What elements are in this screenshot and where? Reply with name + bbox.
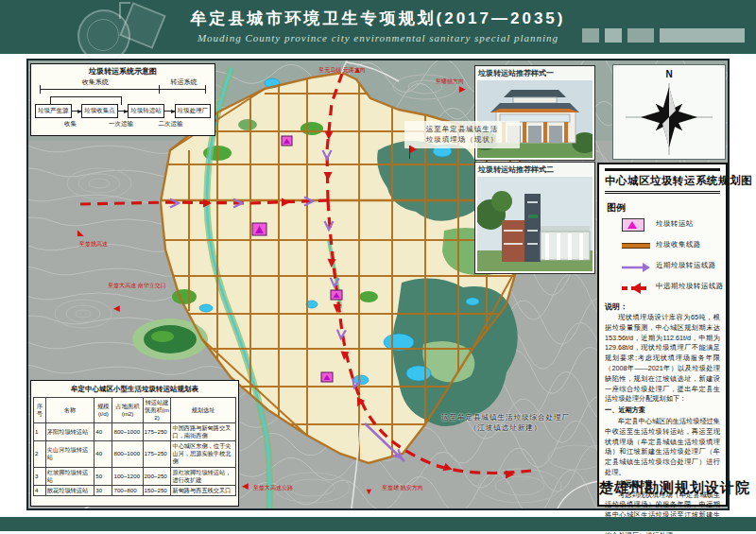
cell: 30 xyxy=(94,485,112,495)
near-term-route-icon xyxy=(622,260,650,271)
diagram-bracket: 收集系统 转运系统 xyxy=(38,78,208,95)
cell: 原红坡脚垃圾转运站，进行改扩建 xyxy=(171,467,236,485)
transfer-system-label: 转运系统 xyxy=(170,78,197,87)
cell: 800~1000 xyxy=(112,423,143,441)
cell: 新甸路与西五线交叉口 xyxy=(171,485,236,495)
cell: 红坡脚垃圾转运站 xyxy=(45,467,94,485)
legend-item-collection-route: 垃圾收集线路 xyxy=(622,239,720,250)
table-title: 牟定中心城区小型生活垃圾转运站规划表 xyxy=(33,385,236,394)
highway-arrow-icon: ◀ xyxy=(113,304,120,313)
bracket-tick xyxy=(40,85,41,94)
footer-bar xyxy=(0,517,756,531)
flow-box-collection-point: 垃圾收集点 xyxy=(81,104,118,118)
cell: 1 xyxy=(34,423,46,441)
north-label: N xyxy=(613,69,725,79)
table-header-row: 序号 名称 规模(t/d) 占地面积(m2) 转运站建筑面积(m2) 规划选址 xyxy=(34,398,236,423)
bracket-tick xyxy=(159,85,160,94)
station-plan-table-panel: 牟定中心城区小型生活垃圾转运站规划表 序号 名称 规模(t/d) 占地面积(m2… xyxy=(30,380,239,507)
landfill-line2: 垃圾填埋场（现状） xyxy=(406,134,518,145)
secondary-transport-label: 二次运输 xyxy=(159,120,183,129)
header-bar: 牟定县城市环境卫生专项规划(2017—2035) Mouding County … xyxy=(0,0,756,54)
plant-line1: 运至牟定县城镇生活垃圾综合处理厂 xyxy=(425,412,586,422)
compass-rose-icon xyxy=(613,79,725,157)
cell: 50 xyxy=(94,467,112,485)
cell: 175~250 xyxy=(143,423,171,441)
cell: 3 xyxy=(34,467,46,485)
bracket-line xyxy=(40,89,206,90)
table-row: 3红坡脚垃圾转运站 50100~1200 200~250原红坡脚垃圾转运站，进行… xyxy=(34,467,236,485)
legend-label: 垃圾转运站 xyxy=(656,219,694,229)
highway-arrow-icon: ◣ xyxy=(77,229,84,237)
cell: 40 xyxy=(94,441,112,467)
cell: 700~800 xyxy=(112,485,143,495)
cell: 尖山河垃圾转运站 xyxy=(45,441,94,467)
station-plan-table: 序号 名称 规模(t/d) 占地面积(m2) 转运站建筑面积(m2) 规划选址 … xyxy=(33,397,236,496)
primary-transport-label: 一次运输 xyxy=(109,120,133,129)
cell: 4 xyxy=(34,485,46,495)
collection-route-icon xyxy=(622,239,650,250)
transfer-station-icon xyxy=(622,218,650,230)
legend-panel: 中心城区垃圾转运系统规划图 图例 垃圾转运站 垃圾收集线路 近期垃圾转运线路 xyxy=(597,163,728,507)
plant-line2: （江坡镇选址新建） xyxy=(425,422,586,433)
flow-arrow xyxy=(118,111,129,112)
col-header: 名称 xyxy=(45,398,94,423)
bracket-tick xyxy=(205,85,206,94)
cell: 中心城区东侧，位于尖山河，思源实验学校北侧 xyxy=(171,441,236,467)
collect-step-label: 收集 xyxy=(64,120,77,129)
poster-title: 牟定县城市环境卫生专项规划(2017—2035) xyxy=(175,8,581,29)
near-term-plan-heading: 一、近期方案 xyxy=(605,405,720,416)
cell: 800~1000 xyxy=(112,441,143,467)
highway-arrow-icon: ◀ xyxy=(242,482,249,491)
highway-arrow-icon: ▲ xyxy=(353,66,362,75)
dir-label-panmao: 至蟠猫方向 xyxy=(420,78,480,85)
long-term-route-icon xyxy=(622,281,650,292)
station-style-photo-2: 垃圾转运站推荐样式二 xyxy=(474,162,595,274)
notes-paragraph: 牟定县中心城区的生活垃圾经过集中收运至生活垃圾转运站，再运至现状填埋场（牟定县城… xyxy=(605,417,720,478)
planning-poster: 牟定县城市环境卫生专项规划(2017—2035) Mouding County … xyxy=(0,0,756,534)
table-row: 4散花垃圾转运站 30700~800 150~250新甸路与西五线交叉口 xyxy=(34,485,236,495)
cell: 200~250 xyxy=(143,467,171,485)
header-decor-bar xyxy=(660,28,745,43)
cell: 散花垃圾转运站 xyxy=(45,485,94,495)
cell: 40 xyxy=(94,423,112,441)
compass-panel: N xyxy=(612,64,726,160)
treatment-plant-annotation: 运至牟定县城镇生活垃圾综合处理厂 （江坡镇选址新建） xyxy=(425,412,586,434)
legend-item-transfer-station: 垃圾转运站 xyxy=(622,218,720,230)
flow-box-transfer-station: 垃圾转运站 xyxy=(128,104,164,118)
highway-arrow-icon: ▶ xyxy=(459,85,466,94)
cell: 茅阳垃圾转运站 xyxy=(45,423,94,441)
legend-item-long-term-route: 中远期垃圾转运线路 xyxy=(622,281,720,292)
flow-box-treatment-plant: 垃圾处理厂 xyxy=(175,104,212,118)
col-header: 规模(t/d) xyxy=(94,398,112,423)
highway-arrow-icon: ▼ xyxy=(365,488,373,496)
dir-label-chuxiong-yaoan: 至楚雄 姚安方向 xyxy=(376,484,429,491)
notes-section: 说明： 现状填埋场设计库容为65吨，根据垃圾量预测，中心城区规划期末达153.5… xyxy=(605,301,720,534)
table-row: 2尖山河垃圾转运站 40800~1000 175~250中心城区东侧，位于尖山河… xyxy=(34,441,236,467)
transfer-system-diagram: 垃圾转运系统示意图 收集系统 转运系统 垃圾产生源 垃圾收集点 垃圾转运站 垃圾… xyxy=(30,63,215,136)
map-board: 垃圾转运系统示意图 收集系统 转运系统 垃圾产生源 垃圾收集点 垃圾转运站 垃圾… xyxy=(26,59,730,510)
dir-label-yuanmou: 至元马镇 元谋方向 xyxy=(312,66,372,74)
legend-label: 垃圾收集线路 xyxy=(656,240,701,250)
notes-paragraph: 现状填埋场设计库容为65吨，根据垃圾量预测，中心城区规划期末达153.56t/d… xyxy=(605,313,720,405)
col-header: 规划选址 xyxy=(171,398,236,423)
legend-title: 图例 xyxy=(607,201,720,215)
cell: 175~250 xyxy=(143,441,171,467)
photo-caption: 垃圾转运站推荐样式二 xyxy=(475,163,594,177)
legend-label: 中远期垃圾转运线路 xyxy=(656,282,724,291)
cell: 150~250 xyxy=(143,485,171,495)
poster-subtitle: Mouding County province city environment… xyxy=(175,32,581,43)
landfill-annotation: 运至牟定县城镇生活 垃圾填埋场（现状） xyxy=(404,121,520,148)
cell: 中国西路与新甸路交叉口，南街西侧 xyxy=(171,423,236,441)
header-decor-block xyxy=(627,28,654,43)
cell: 2 xyxy=(34,441,46,467)
header-decor-block xyxy=(605,28,622,43)
collection-system-label: 收集系统 xyxy=(82,78,109,87)
dir-label-chuda-highway: 至楚大高速公路 xyxy=(253,484,293,491)
cell: 100~1200 xyxy=(112,467,143,485)
return-loop-line xyxy=(50,96,122,105)
design-institute-signature: 楚雄州勘测规划设计院 xyxy=(599,479,726,497)
legend-item-near-term-route: 近期垃圾转运线路 xyxy=(622,260,720,271)
header-decor-block xyxy=(582,28,599,43)
modern-building-image xyxy=(477,177,593,271)
col-header: 序号 xyxy=(34,398,46,423)
